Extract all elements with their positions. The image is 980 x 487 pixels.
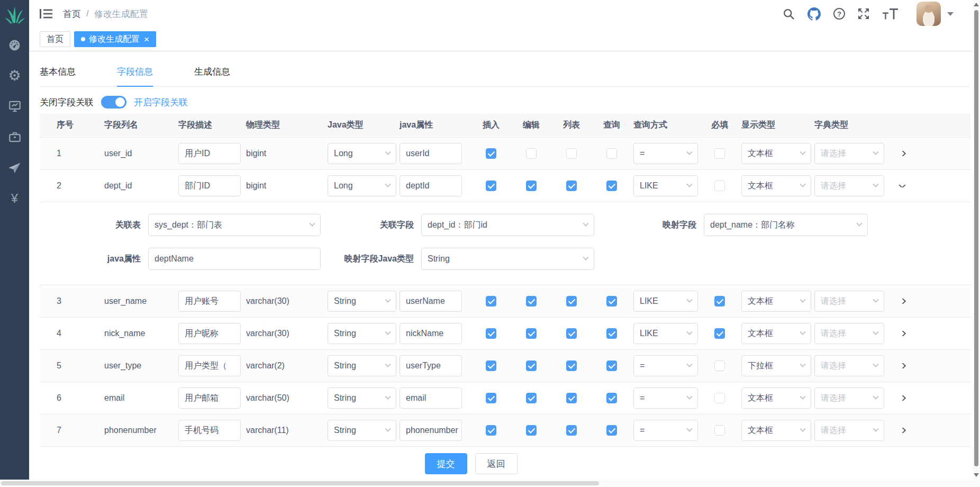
tag-home[interactable]: 首页: [40, 31, 70, 47]
display-type-select[interactable]: 文本框: [741, 175, 811, 196]
query-checkbox[interactable]: [606, 425, 617, 436]
java-attribute-input[interactable]: userType: [400, 355, 462, 376]
expand-row-icon[interactable]: [899, 185, 906, 187]
edit-checkbox[interactable]: [526, 181, 537, 191]
query-type-select[interactable]: =: [633, 143, 698, 164]
insert-checkbox[interactable]: [486, 360, 496, 371]
column-description-input[interactable]: 部门ID: [178, 175, 241, 196]
font-size-button[interactable]: [882, 8, 899, 20]
map-java-type-select[interactable]: String: [421, 248, 594, 270]
horizontal-scrollbar-thumb[interactable]: [1, 481, 599, 485]
assoc-field-select[interactable]: dept_id：部门id: [421, 214, 594, 236]
expand-row-icon[interactable]: [899, 151, 906, 156]
vertical-scrollbar[interactable]: [973, 0, 980, 480]
query-checkbox[interactable]: [606, 296, 617, 306]
display-type-select[interactable]: 文本框: [741, 420, 811, 441]
sidebar-item-system[interactable]: ⚙: [0, 60, 29, 91]
tab-field-info[interactable]: 字段信息: [117, 66, 153, 86]
dict-type-select[interactable]: 请选择: [814, 143, 884, 164]
app-logo[interactable]: [0, 0, 29, 30]
insert-checkbox[interactable]: [486, 296, 496, 306]
dict-type-select[interactable]: 请选择: [814, 355, 884, 376]
sub-java-attr-input[interactable]: deptName: [148, 248, 321, 270]
java-type-select[interactable]: String: [328, 387, 396, 409]
sidebar-item-pay[interactable]: ¥: [0, 183, 29, 214]
scroll-up-icon[interactable]: [974, 3, 979, 6]
required-checkbox[interactable]: [714, 393, 725, 403]
search-button[interactable]: [783, 8, 795, 20]
map-field-select[interactable]: dept_name：部门名称: [704, 214, 868, 236]
breadcrumb-home[interactable]: 首页: [63, 8, 81, 20]
display-type-select[interactable]: 文本框: [741, 387, 811, 409]
java-type-select[interactable]: String: [328, 355, 396, 376]
expand-row-icon[interactable]: [899, 299, 906, 304]
query-type-select[interactable]: =: [633, 420, 698, 441]
column-description-input[interactable]: 用户ID: [178, 143, 241, 164]
insert-checkbox[interactable]: [486, 181, 496, 191]
query-checkbox[interactable]: [606, 181, 617, 191]
display-type-select[interactable]: 文本框: [741, 323, 811, 344]
dict-type-select[interactable]: 请选择: [814, 387, 884, 409]
column-description-input[interactable]: 用户账号: [178, 291, 241, 312]
display-type-select[interactable]: 文本框: [741, 143, 811, 164]
column-description-input[interactable]: 手机号码: [178, 420, 241, 441]
display-type-select[interactable]: 文本框: [741, 291, 811, 312]
column-description-input[interactable]: 用户类型（: [178, 355, 241, 376]
user-avatar[interactable]: [917, 2, 941, 26]
insert-checkbox[interactable]: [486, 328, 496, 339]
insert-checkbox[interactable]: [486, 148, 496, 159]
column-description-input[interactable]: 用户邮箱: [178, 387, 241, 409]
query-type-select[interactable]: =: [633, 387, 698, 409]
edit-checkbox[interactable]: [526, 393, 537, 403]
tag-current-page[interactable]: 修改生成配置 ×: [74, 31, 156, 47]
list-checkbox[interactable]: [566, 148, 577, 159]
sidebar-item-guide[interactable]: [0, 152, 29, 183]
column-description-input[interactable]: 用户昵称: [178, 323, 241, 344]
back-button[interactable]: 返回: [475, 453, 518, 474]
java-attribute-input[interactable]: deptId: [400, 175, 462, 196]
list-checkbox[interactable]: [566, 393, 577, 403]
scroll-down-icon[interactable]: [974, 473, 979, 477]
edit-checkbox[interactable]: [526, 296, 537, 306]
sidebar-item-monitor[interactable]: [0, 91, 29, 122]
sidebar-item-dashboard[interactable]: [0, 30, 29, 60]
sidebar-item-tools[interactable]: [0, 122, 29, 152]
query-checkbox[interactable]: [606, 328, 617, 339]
required-checkbox[interactable]: [714, 148, 725, 159]
association-on-label[interactable]: 开启字段关联: [134, 96, 188, 109]
dict-type-select[interactable]: 请选择: [814, 420, 884, 441]
list-checkbox[interactable]: [566, 425, 577, 436]
edit-checkbox[interactable]: [526, 425, 537, 436]
list-checkbox[interactable]: [566, 181, 577, 191]
required-checkbox[interactable]: [714, 360, 725, 371]
submit-button[interactable]: 提交: [425, 453, 467, 474]
java-type-select[interactable]: String: [328, 323, 396, 344]
insert-checkbox[interactable]: [486, 425, 496, 436]
query-checkbox[interactable]: [606, 148, 617, 159]
required-checkbox[interactable]: [714, 296, 725, 306]
expand-row-icon[interactable]: [899, 395, 906, 401]
java-attribute-input[interactable]: userName: [400, 291, 462, 312]
query-checkbox[interactable]: [606, 360, 617, 371]
horizontal-scrollbar[interactable]: [0, 480, 980, 487]
dict-type-select[interactable]: 请选择: [814, 323, 884, 344]
close-icon[interactable]: ×: [144, 35, 149, 44]
expand-row-icon[interactable]: [899, 331, 906, 336]
chevron-down-icon[interactable]: [947, 12, 954, 16]
display-type-select[interactable]: 下拉框: [741, 355, 811, 376]
java-attribute-input[interactable]: phonenumber: [400, 420, 462, 441]
edit-checkbox[interactable]: [526, 328, 537, 339]
list-checkbox[interactable]: [566, 360, 577, 371]
java-type-select[interactable]: String: [328, 420, 396, 441]
list-checkbox[interactable]: [566, 328, 577, 339]
tab-basic-info[interactable]: 基本信息: [40, 66, 76, 86]
expand-row-icon[interactable]: [899, 428, 906, 433]
query-type-select[interactable]: LIKE: [633, 323, 698, 344]
edit-checkbox[interactable]: [526, 148, 537, 159]
query-type-select[interactable]: LIKE: [633, 291, 698, 312]
insert-checkbox[interactable]: [486, 393, 496, 403]
query-checkbox[interactable]: [606, 393, 617, 403]
github-button[interactable]: [807, 7, 821, 21]
required-checkbox[interactable]: [714, 181, 725, 191]
vertical-scrollbar-thumb[interactable]: [974, 10, 978, 466]
